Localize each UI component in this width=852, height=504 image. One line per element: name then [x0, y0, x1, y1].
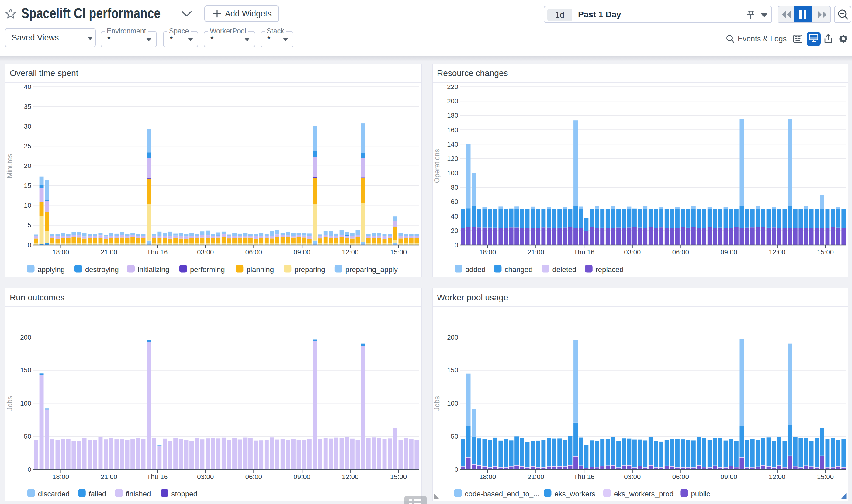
svg-text:50: 50: [24, 433, 31, 440]
svg-text:15:00: 15:00: [817, 473, 834, 481]
svg-text:Thu 16: Thu 16: [147, 473, 168, 481]
svg-text:150: 150: [20, 366, 31, 374]
svg-text:200: 200: [447, 97, 458, 105]
svg-text:code-based_end_to_...: code-based_end_to_...: [465, 490, 540, 498]
svg-text:10: 10: [24, 201, 31, 209]
svg-text:changed: changed: [504, 265, 532, 274]
svg-text:Minutes: Minutes: [6, 154, 14, 178]
svg-text:18:00: 18:00: [479, 473, 496, 481]
svg-text:200: 200: [447, 334, 458, 341]
svg-text:preparing_apply: preparing_apply: [345, 265, 398, 274]
svg-text:06:00: 06:00: [245, 473, 262, 481]
svg-text:18:00: 18:00: [52, 473, 69, 481]
svg-text:06:00: 06:00: [672, 473, 689, 481]
svg-text:Jobs: Jobs: [433, 396, 441, 411]
svg-text:09:00: 09:00: [294, 473, 310, 481]
svg-text:120: 120: [447, 155, 458, 162]
svg-text:finished: finished: [126, 490, 151, 498]
svg-text:eks_workers_prod: eks_workers_prod: [614, 490, 674, 498]
svg-text:5: 5: [28, 221, 31, 229]
svg-text:160: 160: [447, 126, 458, 134]
svg-text:20: 20: [451, 227, 458, 234]
svg-text:12:00: 12:00: [769, 473, 785, 481]
svg-text:03:00: 03:00: [624, 248, 641, 256]
svg-text:100: 100: [447, 169, 458, 177]
svg-text:150: 150: [447, 366, 458, 374]
svg-text:Thu 16: Thu 16: [574, 248, 595, 256]
svg-text:15:00: 15:00: [817, 248, 834, 256]
svg-text:21:00: 21:00: [101, 473, 117, 481]
svg-text:80: 80: [451, 184, 458, 191]
svg-text:Operations: Operations: [433, 149, 441, 183]
svg-text:12:00: 12:00: [342, 473, 358, 481]
svg-text:09:00: 09:00: [721, 248, 738, 256]
svg-text:60: 60: [451, 198, 458, 205]
svg-text:replaced: replaced: [596, 265, 624, 274]
svg-text:40: 40: [451, 213, 458, 220]
svg-text:12:00: 12:00: [342, 248, 358, 256]
svg-text:0: 0: [455, 241, 458, 249]
svg-text:50: 50: [451, 433, 458, 440]
svg-text:15: 15: [24, 182, 31, 190]
svg-text:stopped: stopped: [172, 490, 197, 498]
svg-text:deleted: deleted: [552, 265, 576, 274]
svg-text:0: 0: [28, 466, 31, 473]
svg-text:09:00: 09:00: [294, 248, 310, 256]
svg-text:failed: failed: [89, 490, 106, 498]
svg-text:100: 100: [447, 399, 458, 407]
svg-text:18:00: 18:00: [52, 248, 69, 256]
svg-text:0: 0: [28, 241, 31, 249]
svg-text:25: 25: [24, 142, 31, 150]
svg-text:20: 20: [24, 162, 31, 169]
svg-text:03:00: 03:00: [624, 473, 641, 481]
svg-text:planning: planning: [246, 265, 274, 274]
svg-text:40: 40: [24, 83, 31, 91]
svg-text:0: 0: [455, 466, 458, 473]
svg-text:03:00: 03:00: [197, 248, 214, 256]
svg-text:200: 200: [20, 334, 31, 341]
svg-text:06:00: 06:00: [672, 248, 689, 256]
svg-text:15:00: 15:00: [390, 473, 407, 481]
svg-text:12:00: 12:00: [769, 248, 785, 256]
svg-text:initializing: initializing: [138, 265, 170, 274]
svg-text:06:00: 06:00: [245, 248, 262, 256]
svg-text:140: 140: [447, 141, 458, 148]
svg-text:21:00: 21:00: [528, 473, 544, 481]
svg-text:performing: performing: [190, 265, 225, 274]
svg-text:added: added: [465, 265, 485, 274]
svg-text:220: 220: [447, 83, 458, 91]
svg-text:public: public: [691, 490, 710, 498]
svg-text:discarded: discarded: [38, 490, 70, 498]
svg-text:15:00: 15:00: [390, 248, 407, 256]
svg-text:30: 30: [24, 123, 31, 130]
svg-text:21:00: 21:00: [528, 248, 544, 256]
svg-text:35: 35: [24, 103, 31, 110]
svg-text:18:00: 18:00: [479, 248, 496, 256]
svg-text:21:00: 21:00: [101, 248, 117, 256]
svg-text:destroying: destroying: [85, 265, 119, 274]
svg-text:applying: applying: [38, 265, 65, 274]
svg-text:03:00: 03:00: [197, 473, 214, 481]
svg-text:180: 180: [447, 111, 458, 119]
svg-text:100: 100: [20, 399, 31, 407]
svg-text:Jobs: Jobs: [6, 396, 14, 411]
svg-text:preparing: preparing: [294, 265, 325, 274]
svg-text:Thu 16: Thu 16: [574, 473, 595, 481]
svg-text:eks_workers: eks_workers: [554, 490, 596, 498]
svg-text:Thu 16: Thu 16: [147, 248, 168, 256]
svg-text:09:00: 09:00: [721, 473, 738, 481]
